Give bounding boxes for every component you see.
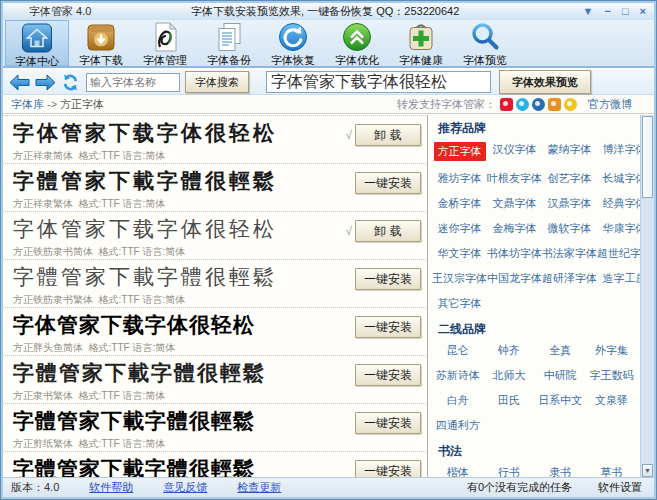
font-name: 方正剪纸繁体 <box>13 438 73 449</box>
refresh-icon[interactable] <box>61 73 80 92</box>
status-bar: 版本：4.0 软件帮助意见反馈检查更新 有0个没有完成的任务 软件设置 <box>3 477 654 497</box>
toolbar-item-8[interactable]: 字体预览 <box>453 20 517 66</box>
uninstall-button[interactable]: 卸 载 <box>355 220 421 242</box>
sidebar-item[interactable]: 钟齐 <box>498 343 520 358</box>
sidebar-item[interactable]: 华康字体 <box>603 221 643 236</box>
font-row: 字體管家下載字體很輕鬆 一键安装 <box>3 452 426 479</box>
nav-icons <box>9 73 80 92</box>
preview-text-input[interactable] <box>266 71 491 93</box>
sidebar-item[interactable]: 字王数码 <box>589 368 633 383</box>
sidebar-item[interactable]: 雅坊字体 <box>438 171 482 186</box>
status-link-3[interactable]: 检查更新 <box>237 480 281 495</box>
sidebar-item[interactable]: 微软字体 <box>548 221 592 236</box>
sidebar-item[interactable]: 中国龙字体 <box>487 271 542 286</box>
vertical-scrollbar[interactable]: ▼ <box>640 115 654 479</box>
one-click-install-button[interactable]: 一键安装 <box>355 364 421 386</box>
sidebar-item[interactable]: 汉鼎字体 <box>548 196 592 211</box>
sidebar-item[interactable]: 方正字体 <box>434 142 486 161</box>
status-link-2[interactable]: 意见反馈 <box>163 480 207 495</box>
sidebar-item[interactable]: 王汉宗字体 <box>432 271 487 286</box>
sidebar-item[interactable]: 迷你字体 <box>438 221 482 236</box>
one-click-install-button[interactable]: 一键安装 <box>355 268 421 290</box>
sidebar-item[interactable]: 书体坊字体 <box>487 246 542 261</box>
row-action-area: 一键安装 <box>355 268 421 290</box>
coin-icon[interactable] <box>564 98 577 111</box>
sidebar-item[interactable]: 金桥字体 <box>438 196 482 211</box>
row-action-area: 一键安装 <box>355 172 421 194</box>
font-row: 字体管家下载字体很轻松方正胖头鱼简体 格式:TTF 语言:简体一键安装 <box>3 308 426 356</box>
sidebar-item[interactable]: 汉仪字体 <box>493 142 537 161</box>
toolbar-item-label: 字体恢复 <box>271 53 315 68</box>
font-format-language: 格式:TTF 语言:简体 <box>79 198 166 209</box>
sidebar-item[interactable]: 蒙纳字体 <box>548 142 592 161</box>
sidebar-item[interactable]: 书法家字体 <box>542 246 597 261</box>
sidebar-item[interactable]: 博洋字体 <box>603 142 643 161</box>
toolbar-item-4[interactable]: 字体备份 <box>197 20 261 66</box>
app-title: 字体管家 4.0 <box>29 4 91 19</box>
maximize-icon[interactable]: □ <box>622 6 629 17</box>
back-arrow-icon[interactable] <box>9 74 30 91</box>
uninstall-button[interactable]: 卸 载 <box>355 124 421 146</box>
breadcrumb-font-library[interactable]: 字体库 <box>11 97 44 112</box>
toolbar-item-3[interactable]: 字体管理 <box>133 20 197 66</box>
sidebar-item[interactable]: 中研院 <box>544 368 577 383</box>
weibo-icon[interactable] <box>500 98 513 111</box>
sidebar-item[interactable]: 超研泽字体 <box>542 271 597 286</box>
sidebar-item[interactable]: 其它字体 <box>438 296 482 311</box>
official-weibo-link[interactable]: 官方微博 <box>588 97 632 112</box>
toolbar-item-7[interactable]: 字体健康 <box>389 20 453 66</box>
sidebar-item[interactable]: 白舟 <box>447 393 469 408</box>
sidebar-item[interactable]: 外字集 <box>595 343 628 358</box>
toolbar-item-1[interactable]: 字体中心 <box>5 20 69 66</box>
toolbar-item-5[interactable]: 字体恢复 <box>261 20 325 66</box>
sidebar-item[interactable]: 创艺字体 <box>548 171 592 186</box>
font-row: 字體管家下載字體很輕鬆方正祥隶繁体 格式:TTF 语言:简体一键安装 <box>3 164 426 212</box>
sidebar-item[interactable]: 文鼎字体 <box>493 196 537 211</box>
font-search-button[interactable]: 字体搜索 <box>185 71 249 93</box>
one-click-install-button[interactable]: 一键安装 <box>355 172 421 194</box>
sidebar-item[interactable]: 叶根友字体 <box>487 171 542 186</box>
software-settings-link[interactable]: 软件设置 <box>598 480 642 495</box>
sidebar-item[interactable]: 北师大 <box>492 368 525 383</box>
minimize-icon[interactable]: − <box>604 6 610 17</box>
menu-dropdown-icon[interactable]: ▼ <box>583 6 594 17</box>
forward-arrow-icon[interactable] <box>35 74 56 91</box>
sidebar-item[interactable]: 全真 <box>549 343 571 358</box>
scrollbar-down-icon[interactable]: ▼ <box>642 464 653 477</box>
sidebar-item[interactable]: 华文字体 <box>438 246 482 261</box>
font-name-search-input[interactable] <box>86 73 180 92</box>
sidebar-item[interactable]: 田氏 <box>498 393 520 408</box>
sidebar-item[interactable]: 四通利方 <box>436 418 480 433</box>
row-action-area: 一键安装 <box>355 364 421 386</box>
font-health-icon <box>405 21 437 53</box>
sidebar-item[interactable]: 昆仑 <box>447 343 469 358</box>
sidebar-section-title: 二线品牌 <box>438 321 641 338</box>
app-subtitle: 字体下载安装预览效果, 一键备份恢复 QQ：253220642 <box>191 4 459 19</box>
qzone-icon[interactable] <box>548 98 561 111</box>
font-backup-icon <box>213 21 245 53</box>
one-click-install-button[interactable]: 一键安装 <box>355 412 421 434</box>
sidebar-item[interactable]: 金梅字体 <box>493 221 537 236</box>
sidebar-item[interactable]: 长城字体 <box>603 171 643 186</box>
one-click-install-button[interactable]: 一键安装 <box>355 316 421 338</box>
close-icon[interactable]: × <box>640 6 646 17</box>
sidebar-item[interactable]: 造字工房 <box>603 271 643 286</box>
font-row: 字體管家下載字體很輕鬆方正剪纸繁体 格式:TTF 语言:简体一键安装 <box>3 404 426 452</box>
font-info-text: 方正胖头鱼简体 格式:TTF 语言:简体 <box>13 341 418 355</box>
font-effect-preview-button[interactable]: 字体效果预览 <box>499 70 591 94</box>
status-link-1[interactable]: 软件帮助 <box>89 480 133 495</box>
sidebar-item[interactable]: 经典字体 <box>603 196 643 211</box>
font-info-text: 方正铁筋隶书繁体 格式:TTF 语言:简体 <box>13 293 418 307</box>
toolbar-item-label: 字体优化 <box>335 53 379 68</box>
sidebar-item[interactable]: 日系中文 <box>538 393 582 408</box>
renren-icon[interactable] <box>532 98 545 111</box>
font-name: 方正铁筋隶书繁体 <box>13 294 93 305</box>
toolbar-item-6[interactable]: 字体优化 <box>325 20 389 66</box>
qq-icon[interactable] <box>516 98 529 111</box>
scrollbar-thumb[interactable] <box>642 116 653 198</box>
sidebar-item[interactable]: 文泉驿 <box>595 393 628 408</box>
toolbar-item-2[interactable]: 字体下载 <box>69 20 133 66</box>
sidebar-item[interactable]: 超世纪字体 <box>597 246 642 261</box>
toolbar-item-label: 字体管理 <box>143 53 187 68</box>
sidebar-item[interactable]: 苏新诗体 <box>436 368 480 383</box>
